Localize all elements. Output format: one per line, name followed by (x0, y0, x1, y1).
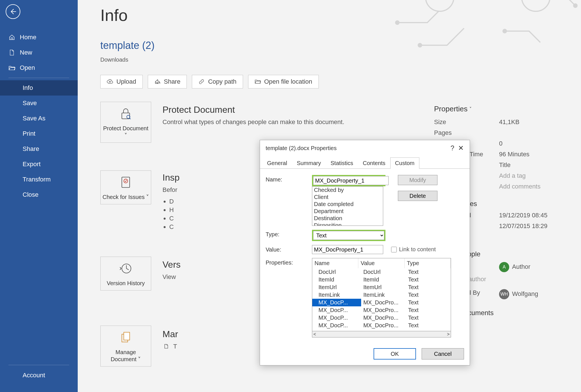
tab-statistics[interactable]: Statistics (326, 157, 358, 169)
document-check-icon (119, 176, 132, 191)
nav-home[interactable]: Home (0, 30, 78, 45)
table-row[interactable]: DocUrlDocUrlText (312, 268, 451, 276)
arrow-left-icon (9, 8, 17, 15)
back-button[interactable] (6, 4, 20, 19)
version-history-card[interactable]: Version History (100, 257, 151, 291)
tab-contents[interactable]: Contents (358, 157, 390, 169)
table-row[interactable]: MX_DocP...MX_DocPro...Text (312, 322, 451, 329)
properties-table: Name Value Type DocUrlDocUrlText ItemIdI… (312, 258, 451, 331)
table-row[interactable]: ItemIdItemIdText (312, 276, 451, 283)
nav-account[interactable]: Account (0, 368, 78, 383)
svg-point-0 (426, 0, 454, 11)
list-item[interactable]: Destination (312, 215, 383, 222)
ok-button[interactable]: OK (374, 348, 416, 359)
lock-icon (119, 107, 132, 123)
properties-table-body[interactable]: DocUrlDocUrlText ItemIdItemIdText ItemUr… (312, 268, 451, 331)
chevron-down-icon: ˅ (124, 132, 127, 138)
share-button[interactable]: Share (148, 75, 187, 88)
link-icon (198, 79, 205, 85)
list-item[interactable]: Checked by (312, 187, 383, 194)
close-button[interactable]: ✕ (457, 144, 465, 152)
nav-home-label: Home (20, 34, 36, 41)
help-button[interactable]: ? (448, 144, 457, 152)
property-value-input[interactable] (312, 245, 383, 254)
svg-point-5 (503, 29, 506, 33)
svg-point-2 (396, 21, 399, 24)
cancel-button[interactable]: Cancel (422, 348, 464, 359)
open-location-button[interactable]: Open file location (248, 75, 319, 88)
title-field[interactable]: Title (499, 161, 511, 169)
documents-icon (119, 331, 132, 346)
manage-document-card[interactable]: Manage Document ˅ (100, 326, 151, 367)
action-row: Upload Share Copy path Open file locatio… (100, 75, 319, 88)
main: Info template (2) Downloads Upload Share… (78, 0, 581, 392)
table-row[interactable]: ItemLinkItemLinkText (312, 291, 451, 299)
divider (8, 365, 69, 365)
avatar: A (499, 262, 509, 272)
upload-button[interactable]: Upload (100, 75, 143, 88)
protect-document-card[interactable]: Protect Document ˅ (100, 102, 151, 143)
backstage-sidebar: Home New Open Info Save Save As Print Sh… (0, 0, 78, 392)
name-suggestions-list[interactable]: Checked by Client Date completed Departm… (312, 186, 383, 226)
svg-rect-8 (122, 177, 130, 188)
check-for-issues-card[interactable]: Check for Issues ˅ (100, 170, 151, 204)
svg-point-4 (418, 44, 422, 47)
nav-print[interactable]: Print (0, 126, 78, 141)
nav-save[interactable]: Save (0, 96, 78, 111)
nav-info[interactable]: Info (0, 80, 78, 96)
table-row[interactable]: MX_DocP...MX_DocPro...Text (312, 299, 451, 306)
protect-section: Protect Document Control what types of c… (162, 105, 423, 127)
list-item[interactable]: Department (312, 208, 383, 215)
tags-field[interactable]: Add a tag (499, 172, 526, 179)
list-item[interactable]: Disposition (312, 222, 383, 226)
table-row[interactable]: MX_DocP...MX_DocPro...Text (312, 314, 451, 322)
folder-open-icon (8, 65, 15, 71)
property-name-input[interactable] (313, 176, 389, 185)
svg-rect-6 (122, 113, 130, 119)
list-item[interactable]: Client (312, 194, 383, 201)
nav-open-label: Open (20, 64, 35, 72)
property-type-select[interactable]: Text (313, 231, 384, 240)
svg-rect-12 (124, 332, 130, 340)
properties-dropdown[interactable]: Properties ˅ (434, 105, 570, 113)
properties-dialog: template (2).docx Properties ? ✕ General… (260, 140, 470, 365)
comments-field[interactable]: Add comments (499, 183, 541, 190)
h-scrollbar[interactable]: <> (312, 331, 451, 337)
nav-new[interactable]: New (0, 45, 78, 60)
nav-transform[interactable]: Transform (0, 172, 78, 187)
nav-sub: Info Save Save As Print Share Export Tra… (0, 80, 78, 202)
nav-open[interactable]: Open (0, 60, 78, 75)
divider (8, 78, 69, 78)
circuit-decor-icon (383, 0, 581, 54)
tab-custom[interactable]: Custom (390, 157, 419, 169)
nav-export[interactable]: Export (0, 157, 78, 172)
tab-summary[interactable]: Summary (292, 157, 326, 169)
home-icon (8, 34, 15, 40)
link-to-content-checkbox[interactable]: Link to content (391, 246, 436, 253)
nav-new-label: New (20, 49, 32, 56)
dialog-tabs: General Summary Statistics Contents Cust… (260, 157, 470, 169)
modify-button[interactable]: Modify (398, 175, 437, 185)
delete-button[interactable]: Delete (398, 191, 437, 201)
chevron-down-icon: ˅ (146, 194, 149, 200)
upload-icon (107, 79, 113, 85)
share-icon (154, 79, 161, 85)
document-icon: 🗋 (162, 342, 170, 351)
page-title: Info (100, 6, 128, 25)
avatar: WH (499, 289, 509, 299)
doc-path: Downloads (100, 57, 128, 63)
nav-close[interactable]: Close (0, 187, 78, 202)
doc-name: template (2) (100, 40, 155, 51)
nav-save-as[interactable]: Save As (0, 111, 78, 126)
dialog-titlebar: template (2).docx Properties ? ✕ (260, 140, 470, 156)
folder-open-icon (255, 79, 261, 85)
tab-general[interactable]: General (262, 157, 292, 169)
svg-point-1 (522, 0, 550, 11)
table-row[interactable]: MX_DocP...MX_DocPro...Text (312, 306, 451, 314)
copy-path-button[interactable]: Copy path (192, 75, 243, 88)
nav-share[interactable]: Share (0, 141, 78, 157)
file-icon (8, 49, 15, 56)
list-item[interactable]: Date completed (312, 201, 383, 208)
table-row[interactable]: ItemUrlItemUrlText (312, 283, 451, 291)
nav: Home New Open Info Save Save As Print Sh… (0, 30, 78, 202)
